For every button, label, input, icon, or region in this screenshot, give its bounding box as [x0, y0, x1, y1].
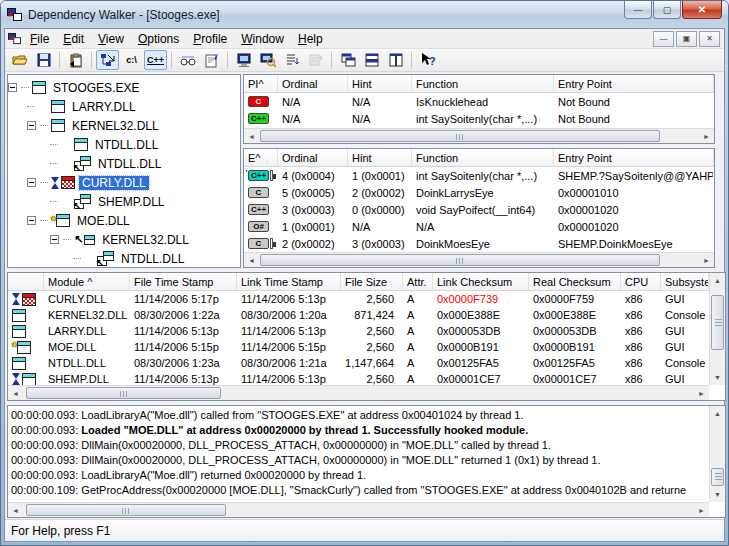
scroll-right-icon[interactable]: ►	[699, 129, 714, 143]
column-header-entrypoint[interactable]: Entry Point	[554, 75, 714, 92]
auto-expand-button[interactable]	[96, 50, 119, 70]
menu-options[interactable]: Options	[131, 30, 186, 48]
collapse-toggle-icon[interactable]	[27, 216, 36, 225]
scrollbar-thumb[interactable]	[260, 130, 660, 142]
column-header-file-size[interactable]: File Size	[341, 273, 403, 290]
tree-item-kernel32-forwarded[interactable]: ↖ KERNEL32.DLL	[8, 230, 240, 249]
context-help-button[interactable]: ?	[416, 50, 439, 70]
scroll-down-icon[interactable]: ▼	[710, 487, 725, 502]
export-row[interactable]: O# 1 (0x0001) N/A N/A 0x00001020	[244, 218, 714, 235]
column-header-ordinal[interactable]: Ordinal	[278, 149, 348, 166]
scrollbar-thumb[interactable]	[711, 468, 724, 486]
tile-vertical-button[interactable]	[384, 50, 407, 70]
tree-item-stooges[interactable]: STOOGES.EXE	[8, 78, 240, 97]
column-header-ordinal[interactable]: Ordinal	[278, 75, 348, 92]
mdi-minimize-button[interactable]: —	[653, 31, 674, 47]
menu-edit[interactable]: Edit	[56, 30, 91, 48]
mdi-restore-button[interactable]: ▣	[676, 31, 697, 47]
export-row[interactable]: C 2 (0x0002) 3 (0x0003) DoinkMoesEye SHE…	[244, 235, 714, 252]
tree-item-ntdll-duplicate[interactable]: ↖ NTDLL.DLL	[8, 154, 240, 173]
column-header-e[interactable]: E^	[244, 149, 278, 166]
export-row[interactable]: C++ 4 (0x0004) 1 (0x0001) int SaySoitenl…	[244, 167, 714, 184]
column-header-hint[interactable]: Hint	[348, 75, 412, 92]
scroll-left-icon[interactable]: ◄	[244, 253, 259, 267]
tile-horizontal-button[interactable]	[360, 50, 383, 70]
mdi-system-icon[interactable]	[8, 33, 22, 45]
scroll-up-icon[interactable]: ▲	[710, 273, 725, 288]
exports-horizontal-scrollbar[interactable]: ◄ ►	[244, 252, 714, 267]
scroll-left-icon[interactable]: ◄	[8, 386, 23, 400]
export-row[interactable]: C++ 3 (0x0003) 0 (0x0000) void SayPoifec…	[244, 201, 714, 218]
module-list-horizontal-scrollbar[interactable]: ◄ ►	[8, 385, 709, 400]
scrollbar-thumb[interactable]	[711, 295, 724, 350]
cascade-windows-button[interactable]	[336, 50, 359, 70]
column-header-pi[interactable]: PI^	[244, 75, 278, 92]
scroll-right-icon[interactable]: ►	[694, 503, 709, 517]
module-list-vertical-scrollbar[interactable]: ▲ ▼	[709, 273, 725, 385]
module-row-moe[interactable]: * MOE.DLL 11/14/2006 5:15p 11/14/2006 5:…	[8, 339, 709, 355]
column-header-function[interactable]: Function	[412, 149, 554, 166]
log-vertical-scrollbar[interactable]: ▲ ▼	[709, 406, 725, 502]
import-row[interactable]: C N/A N/A IsKnucklehead Not Bound	[244, 93, 714, 110]
column-header-file-time-stamp[interactable]: File Time Stamp	[130, 273, 237, 290]
search-button[interactable]	[256, 50, 279, 70]
menu-file[interactable]: File	[23, 30, 56, 48]
column-header-icon[interactable]	[8, 273, 44, 290]
collapse-toggle-icon[interactable]	[50, 235, 59, 244]
module-row-ntdll[interactable]: NTDLL.DLL 08/30/2006 1:23a 08/30/2006 1:…	[8, 355, 709, 371]
tree-item-kernel32[interactable]: KERNEL32.DLL	[8, 116, 240, 135]
scrollbar-thumb[interactable]	[260, 254, 660, 266]
column-header-cpu[interactable]: CPU	[621, 273, 661, 290]
refresh-button[interactable]	[304, 50, 327, 70]
collapse-toggle-icon[interactable]	[8, 83, 17, 92]
import-row[interactable]: C++ N/A N/A int SaySoitenly(char *,...) …	[244, 110, 714, 127]
menu-window[interactable]: Window	[234, 30, 291, 48]
column-header-link-time-stamp[interactable]: Link Time Stamp	[237, 273, 341, 290]
menu-help[interactable]: Help	[291, 30, 330, 48]
column-header-entrypoint[interactable]: Entry Point	[554, 149, 714, 166]
save-button[interactable]	[32, 50, 55, 70]
scroll-right-icon[interactable]: ►	[694, 386, 709, 400]
collapse-toggle-icon[interactable]	[27, 178, 36, 187]
maximize-button[interactable]: ▢	[653, 1, 681, 19]
properties-button[interactable]	[200, 50, 223, 70]
tree-item-moe[interactable]: * MOE.DLL	[8, 211, 240, 230]
collapse-toggle-icon[interactable]	[27, 121, 36, 130]
scroll-left-icon[interactable]: ◄	[8, 503, 23, 517]
tree-item-shemp[interactable]: ↖ SHEMP.DLL	[8, 192, 240, 211]
scrollbar-thumb[interactable]	[26, 504, 226, 516]
scroll-left-icon[interactable]: ◄	[244, 129, 259, 143]
view-full-paths-button[interactable]: c:\	[120, 50, 143, 70]
minimize-button[interactable]: —	[624, 1, 652, 19]
close-button[interactable]: ✕	[682, 1, 722, 19]
column-header-attr[interactable]: Attr.	[403, 273, 433, 290]
imports-horizontal-scrollbar[interactable]: ◄ ►	[244, 128, 714, 143]
tree-item-curly[interactable]: CURLY.DLL	[8, 173, 240, 192]
module-row-larry[interactable]: LARRY.DLL 11/14/2006 5:13p 11/14/2006 5:…	[8, 323, 709, 339]
tree-item-ntdll-nested[interactable]: ↖ NTDLL.DLL	[8, 249, 240, 268]
tree-item-ntdll[interactable]: NTDLL.DLL	[8, 135, 240, 154]
scroll-right-icon[interactable]: ►	[699, 253, 714, 267]
log-panel[interactable]: 00:00:00.093: LoadLibraryA("Moe.dll") ca…	[7, 405, 726, 518]
title-bar[interactable]: Dependency Walker - [Stooges.exe]	[1, 1, 728, 28]
log-horizontal-scrollbar[interactable]: ◄ ►	[8, 502, 709, 517]
column-header-hint[interactable]: Hint	[348, 149, 412, 166]
system-info-button[interactable]	[232, 50, 255, 70]
export-row[interactable]: C 5 (0x0005) 2 (0x0002) DoinkLarrysEye 0…	[244, 184, 714, 201]
scroll-up-icon[interactable]: ▲	[710, 406, 725, 421]
menu-profile[interactable]: Profile	[186, 30, 234, 48]
copy-button[interactable]	[64, 50, 87, 70]
column-header-link-checksum[interactable]: Link Checksum	[433, 273, 529, 290]
tree-item-larry[interactable]: LARRY.DLL	[8, 97, 240, 116]
scrollbar-thumb[interactable]	[26, 387, 221, 399]
sort-list-button[interactable]	[280, 50, 303, 70]
column-header-real-checksum[interactable]: Real Checksum	[529, 273, 621, 290]
column-header-module[interactable]: Module ^	[44, 273, 130, 290]
undecorate-cpp-button[interactable]: C++	[144, 50, 167, 70]
menu-view[interactable]: View	[91, 30, 131, 48]
column-header-subsystem[interactable]: Subsystem	[661, 273, 709, 290]
column-header-function[interactable]: Function	[412, 75, 554, 92]
module-row-kernel32[interactable]: KERNEL32.DLL 08/30/2006 1:22a 08/30/2006…	[8, 307, 709, 323]
open-button[interactable]	[8, 50, 31, 70]
module-row-curly[interactable]: CURLY.DLL 11/14/2006 5:17p 11/14/2006 5:…	[8, 291, 709, 307]
